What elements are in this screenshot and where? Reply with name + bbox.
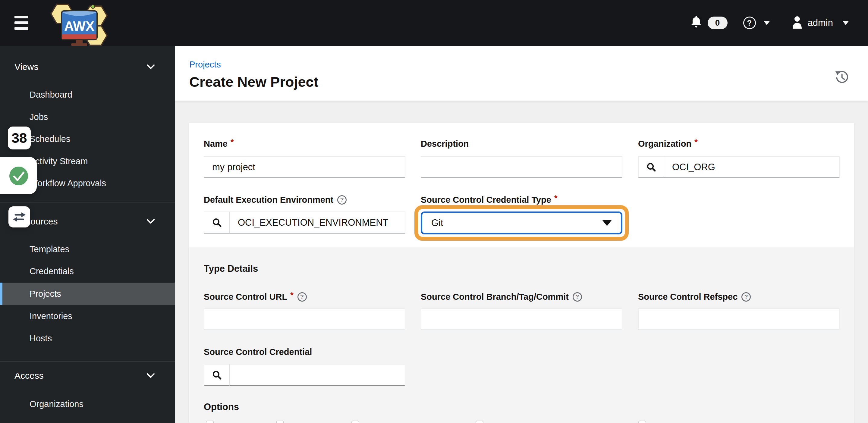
overlay-success-card bbox=[0, 157, 37, 194]
default-execution-environment-label: Default Execution Environment ? bbox=[204, 194, 347, 206]
sidebar-item-hosts[interactable]: Hosts bbox=[0, 327, 175, 350]
form-card: Name* Description Organization* Default … bbox=[189, 123, 854, 423]
source-control-branch-input[interactable] bbox=[421, 308, 622, 330]
page-header: Projects Create New Project bbox=[175, 46, 868, 101]
required-asterisk: * bbox=[230, 138, 234, 147]
sidebar-item-jobs[interactable]: Jobs bbox=[0, 106, 175, 128]
option-checkbox[interactable] bbox=[206, 421, 214, 423]
source-control-credential-label: Source Control Credential bbox=[204, 346, 312, 358]
name-input[interactable] bbox=[204, 156, 405, 178]
nav-divider bbox=[0, 361, 175, 362]
search-icon bbox=[212, 370, 222, 380]
hamburger-icon bbox=[14, 16, 28, 19]
type-details-heading: Type Details bbox=[204, 263, 258, 274]
notifications-bell-icon[interactable] bbox=[689, 15, 703, 30]
sidebar-nav: Views Dashboard Jobs Schedules Activity … bbox=[0, 46, 175, 423]
organization-lookup bbox=[638, 156, 840, 178]
source-control-url-label: Source Control URL* ? bbox=[204, 291, 307, 303]
credential-search-button[interactable] bbox=[204, 364, 230, 386]
help-icon[interactable]: ? bbox=[337, 195, 347, 204]
source-control-credential-type-label: Source Control Credential Type* bbox=[421, 194, 557, 206]
awx-logo[interactable]: AWX bbox=[44, 1, 112, 47]
source-control-refspec-input[interactable] bbox=[638, 308, 840, 330]
organization-input[interactable] bbox=[664, 156, 840, 178]
source-control-url-input[interactable] bbox=[204, 308, 405, 330]
check-circle-icon bbox=[9, 167, 28, 185]
breadcrumb-projects-link[interactable]: Projects bbox=[189, 60, 221, 70]
page-title: Create New Project bbox=[189, 73, 318, 90]
help-icon[interactable]: ? bbox=[741, 292, 751, 301]
sidebar-item-organizations[interactable]: Organizations bbox=[0, 393, 175, 415]
search-icon bbox=[646, 162, 656, 172]
nav-toggle-button[interactable] bbox=[14, 16, 28, 30]
sidebar-item-dashboard[interactable]: Dashboard bbox=[0, 84, 175, 106]
overlay-swap-card bbox=[8, 206, 30, 227]
sidebar-item-projects[interactable]: Projects bbox=[0, 283, 175, 305]
name-label: Name* bbox=[204, 138, 234, 150]
source-control-refspec-label: Source Control Refspec ? bbox=[638, 291, 751, 303]
source-control-credential-type-select[interactable]: Git bbox=[421, 212, 622, 234]
notification-count-badge[interactable]: 0 bbox=[708, 17, 727, 29]
source-control-branch-label: Source Control Branch/Tag/Commit ? bbox=[421, 291, 582, 303]
description-input[interactable] bbox=[421, 156, 622, 178]
sidebar-item-credentials[interactable]: Credentials bbox=[0, 260, 175, 282]
svg-text:AWX: AWX bbox=[64, 19, 94, 33]
source-control-credential-input[interactable] bbox=[230, 364, 405, 386]
search-icon bbox=[212, 218, 222, 228]
organization-label: Organization* bbox=[638, 138, 698, 150]
chevron-down-icon bbox=[147, 64, 155, 69]
nav-divider bbox=[0, 202, 175, 202]
user-icon bbox=[791, 15, 804, 30]
help-icon[interactable]: ? bbox=[572, 292, 582, 301]
select-caret-icon bbox=[602, 220, 612, 226]
user-dropdown-caret-icon[interactable] bbox=[843, 21, 849, 25]
option-checkbox[interactable] bbox=[351, 421, 359, 423]
swap-arrows-icon bbox=[12, 210, 26, 224]
option-checkbox[interactable] bbox=[475, 421, 484, 423]
username-label: admin bbox=[808, 18, 833, 28]
option-checkbox[interactable] bbox=[276, 421, 284, 423]
required-asterisk: * bbox=[290, 291, 293, 300]
help-dropdown-caret-icon[interactable] bbox=[764, 21, 770, 25]
chevron-down-icon bbox=[147, 373, 155, 378]
options-heading: Options bbox=[204, 401, 239, 413]
required-asterisk: * bbox=[554, 194, 558, 203]
required-asterisk: * bbox=[694, 138, 698, 147]
overlay-count-badge: 38 bbox=[8, 127, 31, 150]
default-execution-environment-lookup bbox=[204, 212, 405, 233]
nav-group-access[interactable]: Access bbox=[0, 364, 175, 387]
sidebar-item-templates[interactable]: Templates bbox=[0, 238, 175, 260]
sidebar-item-inventories[interactable]: Inventories bbox=[0, 305, 175, 327]
help-icon[interactable]: ? bbox=[743, 17, 756, 29]
source-control-credential-lookup bbox=[204, 364, 405, 386]
help-icon[interactable]: ? bbox=[298, 292, 307, 301]
type-details-section bbox=[189, 247, 854, 423]
execution-environment-search-button[interactable] bbox=[204, 212, 230, 233]
masthead: AWX 0 ? admin bbox=[0, 0, 868, 46]
default-execution-environment-input[interactable] bbox=[230, 212, 405, 233]
main-content: Projects Create New Project Name* Descri… bbox=[175, 46, 868, 423]
organization-search-button[interactable] bbox=[638, 156, 664, 178]
history-icon[interactable] bbox=[834, 70, 849, 84]
option-checkbox[interactable] bbox=[638, 421, 646, 423]
chevron-down-icon bbox=[147, 219, 155, 224]
description-label: Description bbox=[421, 138, 469, 150]
nav-group-views[interactable]: Views bbox=[0, 56, 175, 78]
